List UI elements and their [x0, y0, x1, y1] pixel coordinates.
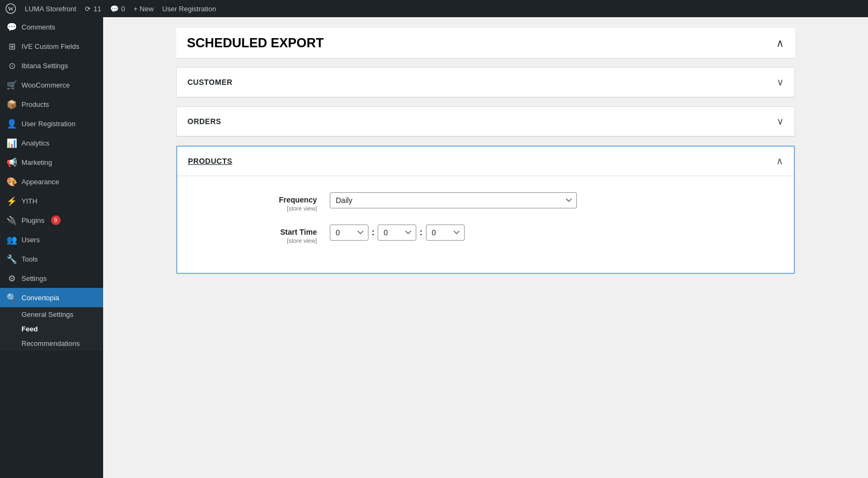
sidebar-item-label-comments: Comments — [21, 23, 55, 31]
sidebar-item-comments[interactable]: 💬Comments — [0, 17, 103, 37]
sidebar-item-marketing[interactable]: 📢Marketing — [0, 153, 103, 172]
frequency-select[interactable]: DailyWeeklyMonthly — [330, 192, 577, 208]
woocommerce-icon: 🛒 — [6, 79, 17, 90]
start-time-row: Start Time [store view] 0123456789101112… — [209, 224, 783, 244]
start-time-control: 01234567891011121314151617181920212223 :… — [330, 224, 783, 241]
analytics-icon: 📊 — [6, 137, 17, 148]
admin-bar: W LUMA Storefront ⟳ 11 💬 0 + New User Re… — [0, 0, 868, 17]
plugins-icon: 🔌 — [6, 215, 17, 226]
sidebar-submenu-item-recommendations[interactable]: Recommendations — [0, 336, 103, 351]
orders-chevron-down-icon: ∨ — [777, 115, 784, 127]
comments-count: 0 — [121, 5, 125, 13]
start-time-store-view: [store view] — [209, 237, 317, 244]
sidebar-item-ibtana-settings[interactable]: ⊙Ibtana Settings — [0, 56, 103, 75]
updates-count: 11 — [93, 5, 101, 13]
products-section-body: Frequency [store view] DailyWeeklyMonthl… — [177, 176, 794, 273]
minute-select[interactable]: 0510152025303540455055 — [378, 224, 416, 241]
settings-icon: ⚙ — [6, 273, 17, 284]
appearance-icon: 🎨 — [6, 176, 17, 187]
sidebar-item-label-analytics: Analytics — [21, 139, 49, 147]
sidebar-item-label-user-registration: User Registration — [21, 120, 75, 128]
sidebar-item-analytics[interactable]: 📊Analytics — [0, 133, 103, 153]
scheduled-export-chevron-up-icon[interactable]: ∧ — [776, 37, 784, 49]
updates-link[interactable]: ⟳ 11 — [85, 5, 101, 13]
sidebar-item-label-marketing: Marketing — [21, 158, 52, 166]
sidebar-item-users[interactable]: 👥Users — [0, 230, 103, 249]
frequency-label: Frequency [store view] — [209, 192, 317, 212]
orders-section: ORDERS ∨ — [176, 106, 795, 137]
svg-text:W: W — [8, 5, 14, 12]
tools-icon: 🔧 — [6, 254, 17, 264]
frequency-control: DailyWeeklyMonthly — [330, 192, 783, 208]
comments-icon: 💬 — [6, 21, 17, 32]
user-registration-label: User Registration — [162, 5, 216, 13]
customer-chevron-down-icon: ∨ — [777, 76, 784, 88]
wp-logo-link[interactable]: W — [5, 3, 16, 14]
sidebar-item-label-appearance: Appearance — [21, 178, 59, 186]
ive-custom-fields-icon: ⊞ — [6, 41, 17, 52]
orders-section-title: ORDERS — [187, 117, 221, 126]
user-registration-link[interactable]: User Registration — [162, 5, 216, 13]
customer-section-title: CUSTOMER — [187, 78, 233, 86]
sidebar-item-label-plugins: Plugins — [21, 216, 45, 224]
marketing-icon: 📢 — [6, 157, 17, 168]
plugins-badge: 9 — [51, 215, 61, 225]
ibtana-settings-icon: ⊙ — [6, 60, 17, 71]
sidebar-item-yith[interactable]: ⚡YITH — [0, 191, 103, 211]
sidebar-item-label-users: Users — [21, 236, 40, 244]
frequency-store-view: [store view] — [209, 205, 317, 212]
user-registration-icon: 👤 — [6, 118, 17, 129]
sidebar-item-tools[interactable]: 🔧Tools — [0, 249, 103, 269]
products-section: PRODUCTS ∧ Frequency [store view] DailyW… — [176, 146, 795, 274]
comments-icon: 💬 — [110, 5, 119, 13]
updates-icon: ⟳ — [85, 5, 91, 13]
orders-section-header[interactable]: ORDERS ∨ — [177, 107, 794, 136]
sidebar-item-label-convertopia: Convertopia — [21, 294, 59, 302]
time-select-group: 01234567891011121314151617181920212223 :… — [330, 224, 783, 241]
products-section-header[interactable]: PRODUCTS ∧ — [177, 147, 794, 176]
products-icon: 📦 — [6, 99, 17, 110]
sidebar-item-label-products: Products — [21, 100, 49, 108]
products-section-title: PRODUCTS — [188, 157, 233, 165]
wp-logo-icon: W — [5, 3, 16, 14]
sidebar-item-label-tools: Tools — [21, 255, 38, 263]
site-name-link[interactable]: LUMA Storefront — [25, 5, 76, 13]
convertopia-icon: 🔍 — [6, 292, 17, 303]
start-time-label: Start Time [store view] — [209, 224, 317, 244]
sidebar: 💬Comments⊞IVE Custom Fields⊙Ibtana Setti… — [0, 17, 103, 478]
sidebar-submenu-item-general-settings[interactable]: General Settings — [0, 307, 103, 322]
users-icon: 👥 — [6, 234, 17, 245]
comments-link[interactable]: 💬 0 — [110, 5, 125, 13]
site-name: LUMA Storefront — [25, 5, 76, 13]
sidebar-item-user-registration[interactable]: 👤User Registration — [0, 114, 103, 133]
sidebar-item-ive-custom-fields[interactable]: ⊞IVE Custom Fields — [0, 37, 103, 56]
sidebar-submenu-item-feed[interactable]: Feed — [0, 322, 103, 336]
scheduled-export-header: SCHEDULED EXPORT ∧ — [176, 28, 795, 59]
scheduled-export-title: SCHEDULED EXPORT — [187, 35, 324, 50]
frequency-row: Frequency [store view] DailyWeeklyMonthl… — [209, 192, 783, 212]
time-colon-1: : — [372, 228, 374, 237]
customer-section: CUSTOMER ∨ — [176, 67, 795, 98]
products-chevron-up-icon: ∧ — [776, 155, 783, 167]
time-colon-2: : — [419, 228, 422, 237]
sidebar-item-label-ibtana-settings: Ibtana Settings — [21, 62, 68, 70]
sidebar-item-woocommerce[interactable]: 🛒WooCommerce — [0, 75, 103, 95]
sidebar-item-plugins[interactable]: 🔌Plugins9 — [0, 211, 103, 230]
new-content-link[interactable]: + New — [134, 5, 154, 13]
hour-select[interactable]: 01234567891011121314151617181920212223 — [330, 224, 368, 241]
sidebar-item-label-woocommerce: WooCommerce — [21, 81, 70, 89]
new-label: + New — [134, 5, 154, 13]
sidebar-item-settings[interactable]: ⚙Settings — [0, 269, 103, 288]
yith-icon: ⚡ — [6, 195, 17, 206]
sidebar-item-label-yith: YITH — [21, 197, 38, 205]
sidebar-item-label-settings: Settings — [21, 274, 47, 283]
sidebar-item-label-ive-custom-fields: IVE Custom Fields — [21, 42, 79, 50]
second-select[interactable]: 0510152025303540455055 — [426, 224, 465, 241]
customer-section-header[interactable]: CUSTOMER ∨ — [177, 68, 794, 97]
content-area: SCHEDULED EXPORT ∧ CUSTOMER ∨ ORDERS ∨ — [103, 17, 868, 478]
sidebar-item-products[interactable]: 📦Products — [0, 95, 103, 114]
sidebar-item-appearance[interactable]: 🎨Appearance — [0, 172, 103, 191]
sidebar-item-convertopia[interactable]: 🔍Convertopia — [0, 288, 103, 307]
